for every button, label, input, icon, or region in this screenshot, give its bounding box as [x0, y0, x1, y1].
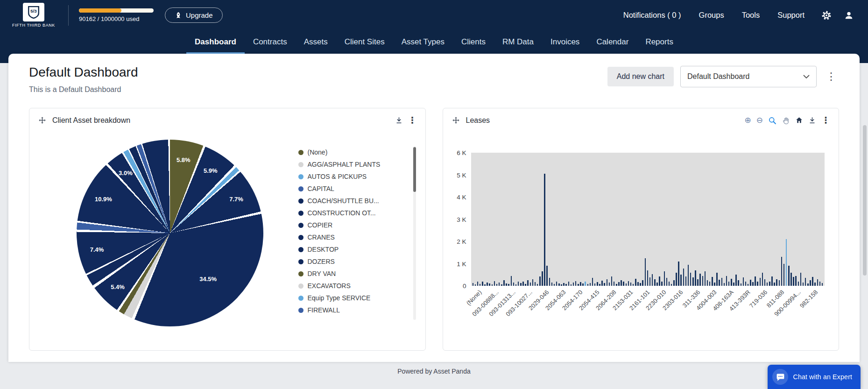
legend-color-dot — [298, 150, 303, 155]
bar — [699, 274, 701, 286]
legend-scrollbar[interactable] — [413, 146, 416, 320]
add-new-chart-button[interactable]: Add new chart — [607, 67, 674, 86]
nav-tab-dashboard[interactable]: Dashboard — [186, 30, 245, 54]
bar — [750, 280, 751, 286]
chat-label: Chat with an Expert — [793, 373, 852, 381]
legend-color-dot — [298, 308, 303, 313]
legend-item-coach-shuttle-bu[interactable]: COACH/SHUTTLE BU... — [298, 195, 409, 207]
user-icon[interactable] — [844, 10, 854, 21]
nav-tab-contracts[interactable]: Contracts — [245, 30, 296, 54]
bar — [542, 271, 543, 286]
bar — [716, 273, 718, 286]
pie-slice-label: 34.5% — [199, 276, 217, 283]
bar — [726, 276, 727, 286]
top-link-support[interactable]: Support — [777, 11, 804, 20]
y-tick-label: 1 K — [457, 260, 466, 267]
legend-item-firewall[interactable]: FIREWALL — [298, 304, 409, 316]
bar — [661, 282, 663, 286]
download-icon[interactable] — [395, 116, 403, 124]
legend-item-autos-pickups[interactable]: AUTOS & PICKUPS — [298, 170, 409, 183]
nav-tab-rm-data[interactable]: RM Data — [494, 30, 542, 54]
brand-logo[interactable]: 5/3 Fifth Third Bank — [9, 3, 58, 28]
page-subtitle: This is a Default Dashboard — [29, 85, 138, 94]
legend-item-cranes[interactable]: CRANES — [298, 231, 409, 243]
bar — [669, 282, 670, 286]
legend-label: COACH/SHUTTLE BU... — [308, 197, 379, 205]
legend-item-dry-van[interactable]: DRY VAN — [298, 268, 409, 280]
move-icon[interactable] — [452, 116, 460, 125]
legend-item-capital[interactable]: CAPITAL — [298, 183, 409, 195]
upgrade-button[interactable]: Upgrade — [165, 7, 223, 23]
box-zoom-icon[interactable] — [768, 116, 776, 125]
shield-icon: 5/3 — [28, 6, 40, 19]
legend-item-forklift-electric[interactable]: FORKLIFT - ELECTRIC — [298, 316, 409, 320]
page-scrollbar[interactable] — [863, 125, 867, 276]
nav-tab-calendar[interactable]: Calendar — [588, 30, 637, 54]
dashboard-select[interactable]: Default Dashboard — [680, 66, 817, 87]
top-link-groups[interactable]: Groups — [699, 11, 724, 20]
pan-icon[interactable] — [782, 116, 790, 125]
bar — [637, 282, 639, 286]
gear-icon[interactable] — [821, 10, 832, 21]
bar — [614, 282, 615, 286]
chevron-down-icon — [803, 75, 810, 79]
nav-tab-clients[interactable]: Clients — [453, 30, 494, 54]
bar — [666, 278, 668, 286]
bar — [607, 279, 608, 286]
nav-tab-invoices[interactable]: Invoices — [542, 30, 588, 54]
nav-tab-reports[interactable]: Reports — [637, 30, 682, 54]
bar — [690, 273, 692, 286]
chat-icon — [772, 369, 788, 385]
legend-item-agg-asphalt-plants[interactable]: AGG/ASPHALT PLANTS — [298, 158, 409, 170]
legend-item-desktop[interactable]: DESKTOP — [298, 243, 409, 255]
bar — [630, 283, 632, 286]
move-icon[interactable] — [38, 116, 47, 125]
top-links: Notifications ( 0 )GroupsToolsSupport — [623, 11, 804, 20]
bar — [776, 279, 777, 286]
bar — [709, 282, 711, 286]
top-link-notifications-0[interactable]: Notifications ( 0 ) — [623, 11, 681, 20]
bar — [535, 282, 536, 286]
bar — [482, 282, 483, 286]
bar — [556, 282, 557, 286]
legend-item-excavators[interactable]: EXCAVATORS — [298, 280, 409, 292]
legend-label: FORKLIFT - ELECTRIC — [308, 318, 377, 320]
legend-item-equip-type-service[interactable]: Equip Type SERVICE — [298, 292, 409, 304]
download-icon[interactable] — [808, 116, 816, 124]
legend-item-copier[interactable]: COPIER — [298, 219, 409, 231]
bar — [733, 283, 734, 286]
bar — [712, 277, 713, 286]
zoom-in-icon[interactable]: ⊕ — [745, 116, 751, 124]
bar — [580, 282, 581, 286]
legend-label: FIREWALL — [308, 306, 340, 314]
zoom-out-icon[interactable]: ⊖ — [756, 116, 763, 124]
nav-tab-client-sites[interactable]: Client Sites — [336, 30, 393, 54]
nav-tab-asset-types[interactable]: Asset Types — [393, 30, 453, 54]
pie-slice-label: 5.8% — [176, 156, 191, 163]
x-tick-label: 719-036 — [748, 289, 769, 309]
chat-with-expert-button[interactable]: Chat with an Expert — [768, 365, 861, 389]
bar — [752, 282, 754, 286]
legend-item-none[interactable]: (None) — [298, 146, 409, 158]
bar — [786, 239, 787, 286]
kebab-menu-icon[interactable]: ⋮ — [408, 116, 417, 125]
legend-item-dozers[interactable]: DOZERS — [298, 255, 409, 268]
kebab-menu-icon[interactable]: ⋮ — [823, 69, 839, 85]
usage-meter: 90162 / 1000000 used — [79, 8, 154, 22]
y-tick-label: 2 K — [457, 238, 466, 245]
bar-chart-toolbar: ⊕⊖⋮ — [745, 116, 831, 125]
bar — [680, 275, 682, 286]
bar — [774, 283, 775, 286]
legend-scrollbar-thumb[interactable] — [413, 147, 416, 192]
legend-item-construction-ot[interactable]: CONSTRUCTION OT... — [298, 207, 409, 219]
kebab-menu-icon[interactable]: ⋮ — [821, 116, 830, 125]
main-nav: DashboardContractsAssetsClient SitesAsse… — [0, 30, 868, 54]
leases-chart-card: Leases ⊕⊖⋮ 01 K2 K3 K4 K5 K6 K (None)093… — [443, 108, 840, 351]
pie-chart[interactable]: 5.8%5.9%7.7%34.5%5.4%7.4%10.9%3.0% — [77, 140, 263, 326]
bar-plot-area[interactable] — [471, 153, 825, 286]
nav-tab-assets[interactable]: Assets — [296, 30, 336, 54]
reset-icon[interactable] — [795, 116, 803, 124]
bar — [795, 276, 797, 286]
top-link-tools[interactable]: Tools — [742, 11, 760, 20]
bar — [601, 281, 603, 286]
